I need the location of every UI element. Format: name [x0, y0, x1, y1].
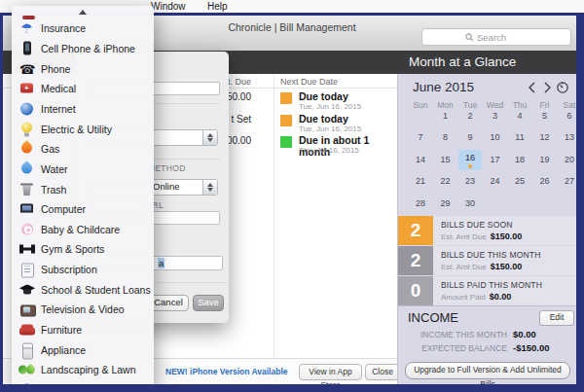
calendar-day-8[interactable]: 8 — [434, 130, 457, 144]
category-menu-item-television-video[interactable]: Television & Video — [12, 300, 154, 320]
calendar-day-18[interactable]: 18 — [508, 153, 531, 166]
category-label: Water — [41, 163, 68, 175]
calendar-day-3[interactable]: 3 — [484, 109, 507, 123]
summary-count-block: 2 — [398, 246, 433, 275]
calendar-day-5[interactable]: 5 — [533, 109, 557, 123]
category-menu-item-trash[interactable]: Trash — [12, 179, 154, 199]
calendar-day-16[interactable]: 16 — [458, 150, 482, 170]
calendar-next-month-button[interactable] — [540, 81, 554, 94]
category-menu-item-insurance[interactable]: Insurance — [12, 18, 154, 39]
view-in-app-store-button[interactable]: View in App Store — [299, 364, 362, 380]
income-edit-button[interactable]: Edit — [539, 310, 574, 326]
chevron-left-icon — [526, 81, 539, 94]
calendar-day-19[interactable]: 19 — [533, 153, 557, 166]
month-at-a-glance-title: Month at a Glance — [409, 51, 516, 74]
category-menu-item-gym-sports[interactable]: Gym & Sports — [12, 239, 154, 260]
search-field[interactable] — [421, 28, 571, 46]
popup-stepper-icon — [202, 130, 217, 145]
category-menu-item-furniture[interactable]: Furniture — [12, 320, 154, 340]
calendar-day-17[interactable]: 17 — [484, 153, 507, 166]
summary-title: BILLS DUE THIS MONTH — [441, 250, 541, 260]
menubar-item-window[interactable]: Window — [151, 1, 186, 12]
medical-kit-icon — [18, 81, 36, 97]
calendar-day-12[interactable]: 12 — [533, 130, 557, 144]
category-label: Electric & Utility — [41, 124, 112, 135]
income-section-divider — [398, 305, 577, 306]
category-menu-item-appliance[interactable]: Appliance — [12, 339, 154, 360]
calendar-day-24[interactable]: 24 — [484, 174, 507, 188]
calendar-day-30[interactable]: 30 — [458, 196, 482, 210]
category-label: Landscaping & Lawn — [41, 364, 136, 375]
laptop-icon — [18, 201, 36, 218]
cancel-button[interactable]: Cancel — [148, 295, 189, 311]
calendar-day-21[interactable]: 21 — [409, 174, 432, 188]
window-frame-left — [0, 13, 3, 392]
calendar-day-14[interactable]: 14 — [409, 153, 432, 166]
popup-stepper-icon — [202, 180, 217, 195]
category-menu-item-phone[interactable]: Phone — [12, 58, 154, 79]
calendar-day-10[interactable]: 10 — [484, 130, 507, 144]
category-label: Insurance — [41, 22, 86, 34]
summary-subtitle: Est. Amt Due$150.00 — [441, 262, 522, 271]
window-frame-right — [576, 13, 584, 392]
calendar-day-2[interactable]: 2 — [458, 109, 482, 123]
category-menu-item-electric-utility[interactable]: Electric & Utility — [12, 119, 154, 139]
category-label: Television & Video — [41, 303, 125, 315]
calendar-day-26[interactable]: 26 — [533, 174, 557, 188]
calendar-day-9[interactable]: 9 — [458, 130, 482, 144]
calendar-day-25[interactable]: 25 — [508, 174, 531, 188]
next-due-date-column-header[interactable]: Next Due Date — [280, 77, 338, 87]
calendar-prev-month-button[interactable] — [526, 81, 539, 94]
calendar-day-28[interactable]: 28 — [409, 196, 432, 210]
chevron-right-icon — [540, 81, 554, 94]
category-menu-item-subscription[interactable]: Subscription — [12, 260, 154, 280]
clock-reset-icon — [556, 81, 569, 94]
summary-subtitle: Amount Paid$0.00 — [441, 292, 511, 302]
category-menu-item-school-student-loans[interactable]: School & Student Loans — [12, 279, 154, 300]
iphone-version-promo-link[interactable]: NEW! iPhone Version Available — [165, 367, 287, 376]
category-label: Appliance — [41, 344, 86, 356]
save-button[interactable]: Save — [193, 295, 224, 311]
category-menu-item-internet[interactable]: Internet — [12, 99, 154, 120]
calendar-day-11[interactable]: 11 — [508, 130, 531, 144]
income-row-label: EXPECTED BALANCE — [398, 343, 507, 353]
summary-count-block: 0 — [398, 276, 433, 305]
umbrella-icon — [18, 20, 36, 37]
category-label: Cell Phone & iPhone — [41, 43, 135, 54]
table-column-divider — [274, 74, 274, 358]
menubar-item-help[interactable]: Help — [207, 1, 228, 12]
calendar-today-button[interactable] — [556, 81, 569, 94]
calendar-day-7[interactable]: 7 — [409, 130, 432, 144]
due-day-dot-icon — [468, 164, 472, 168]
category-menu-item-landscaping-lawn[interactable]: Landscaping & Lawn — [12, 360, 154, 380]
category-label: Baby & Childcare — [41, 224, 120, 235]
weekday-label: Sun — [409, 100, 432, 110]
fridge-icon — [18, 341, 36, 358]
income-row-value: $0.00 — [513, 329, 536, 339]
category-menu-item-computer[interactable]: Computer — [12, 199, 154, 220]
summary-title: BILLS PAID THIS MONTH — [441, 280, 542, 290]
close-button[interactable]: Close — [365, 364, 400, 380]
calendar-day-29[interactable]: 29 — [434, 196, 457, 210]
category-menu-item-gas[interactable]: Gas — [12, 139, 154, 160]
due-status-text: Due today — [299, 113, 348, 125]
calendar-day-4[interactable]: 4 — [508, 109, 531, 123]
category-menu-item-cell-phone-iphone[interactable]: Cell Phone & iPhone — [12, 39, 154, 59]
tv-icon — [18, 302, 36, 318]
income-row: EXPECTED BALANCE-$150.00 — [398, 342, 577, 353]
summary-amount-label: Est. Amt Due — [441, 232, 487, 241]
upgrade-button[interactable]: Upgrade to Full Version & Add Unlimited … — [405, 362, 570, 379]
category-menu-item-baby-childcare[interactable]: Baby & Childcare — [12, 220, 154, 240]
selected-text: a — [158, 258, 164, 268]
category-menu-item-medical[interactable]: Medical — [12, 79, 154, 99]
income-section-title: INCOME — [408, 310, 458, 325]
calendar-day-1[interactable]: 1 — [434, 109, 457, 123]
category-menu-item-water[interactable]: Water — [12, 160, 154, 180]
search-input[interactable] — [477, 32, 528, 43]
summary-amount-label: Amount Paid — [441, 293, 486, 302]
calendar-day-15[interactable]: 15 — [434, 153, 457, 166]
calendar-day-23[interactable]: 23 — [458, 174, 482, 188]
menu-scroll-up-icon[interactable] — [79, 10, 87, 15]
summary-amount-value: $150.00 — [491, 232, 523, 241]
calendar-day-22[interactable]: 22 — [434, 174, 457, 188]
